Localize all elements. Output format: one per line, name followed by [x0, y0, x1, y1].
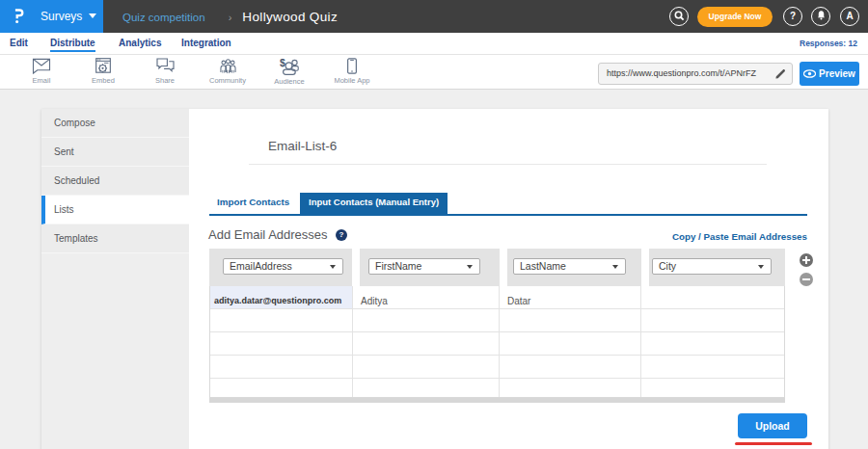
svg-text:$: $ [280, 58, 285, 68]
